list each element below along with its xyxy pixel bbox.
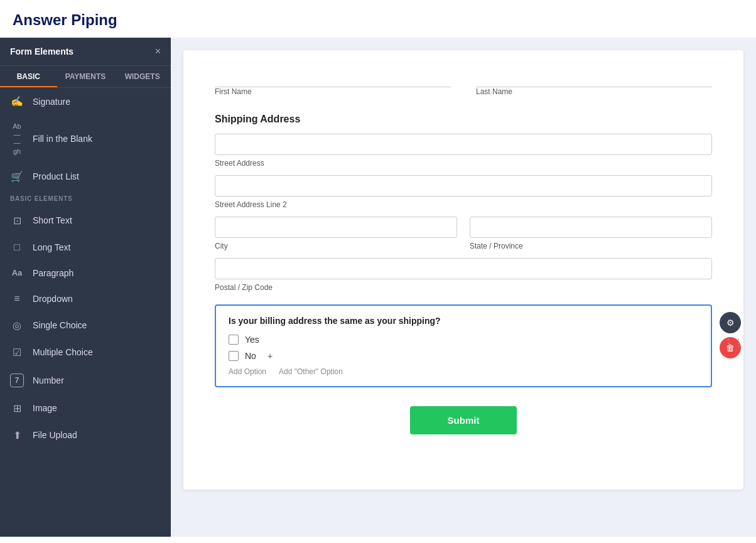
sidebar-item-signature[interactable]: ✍ Signature [0, 88, 171, 115]
street-address-line2-input[interactable] [215, 175, 712, 196]
sidebar-item-dropdown[interactable]: ≡ Dropdown [0, 286, 171, 312]
first-name-input[interactable] [215, 69, 451, 87]
paragraph-icon: Aa [10, 268, 24, 277]
multiple-choice-icon: ☑ [10, 347, 24, 358]
fill-blank-icon: Ab——gh [10, 122, 24, 156]
name-row: First Name Last Name [215, 69, 712, 99]
sidebar-title: Form Elements [10, 46, 73, 56]
long-text-icon: □ [10, 242, 24, 253]
number-icon: 7 [10, 374, 24, 387]
city-label: City [215, 242, 457, 250]
billing-question-text: Is your billing address the same as your… [229, 316, 698, 326]
submit-button[interactable]: Submit [410, 406, 517, 434]
sidebar-item-label: Single Choice [33, 320, 87, 330]
add-option-plus-icon[interactable]: + [267, 351, 273, 361]
first-name-label: First Name [215, 87, 451, 96]
option-no-label: No [245, 351, 256, 361]
sidebar-item-label: Long Text [33, 242, 70, 252]
option-no-checkbox[interactable] [229, 351, 239, 361]
sidebar-item-short-text[interactable]: ⊡ Short Text [0, 207, 171, 234]
last-name-group: Last Name [476, 69, 712, 99]
dropdown-icon: ≡ [10, 293, 24, 304]
sidebar-item-label: Paragraph [33, 268, 73, 278]
tab-widgets[interactable]: WIDGETS [114, 66, 171, 87]
sidebar-item-label: Image [33, 403, 57, 413]
sidebar-item-file-upload[interactable]: ⬆ File Upload [0, 422, 171, 449]
option-yes-row: Yes [229, 335, 698, 345]
close-button[interactable]: × [155, 46, 161, 56]
page-title: Answer Piping [0, 0, 756, 38]
tab-payments[interactable]: PAYMENTS [57, 66, 114, 87]
postal-input[interactable] [215, 258, 712, 279]
sidebar-item-label: File Upload [33, 430, 77, 440]
sidebar-item-label: Product List [33, 171, 79, 181]
signature-icon: ✍ [10, 95, 24, 107]
settings-button[interactable]: ⚙ [720, 312, 741, 333]
first-name-group: First Name [215, 69, 451, 99]
sidebar: Form Elements × BASIC PAYMENTS WIDGETS ✍… [0, 38, 171, 537]
option-yes-label: Yes [245, 335, 259, 345]
main-content: First Name Last Name Shipping Address St… [171, 38, 756, 537]
sidebar-item-label: Fill in the Blank [33, 134, 92, 144]
city-input[interactable] [215, 217, 457, 238]
sidebar-item-long-text[interactable]: □ Long Text [0, 234, 171, 261]
sidebar-item-fill-blank[interactable]: Ab——gh Fill in the Blank [0, 115, 171, 163]
last-name-label: Last Name [476, 87, 712, 96]
city-state-row [215, 217, 712, 238]
sidebar-item-label: Number [33, 375, 64, 385]
sidebar-item-label: Multiple Choice [33, 347, 93, 357]
sidebar-item-label: Dropdown [33, 294, 73, 304]
option-yes-checkbox[interactable] [229, 335, 239, 345]
submit-area: Submit [215, 406, 712, 434]
add-options-row: Add Option Add "Other" Option [229, 367, 698, 376]
sidebar-item-product-list[interactable]: 🛒 Product List [0, 163, 171, 190]
sidebar-item-image[interactable]: ⊞ Image [0, 395, 171, 422]
billing-question-card: Is your billing address the same as your… [215, 304, 712, 387]
form-canvas: First Name Last Name Shipping Address St… [183, 50, 743, 490]
sidebar-item-number[interactable]: 7 Number [0, 366, 171, 395]
sidebar-item-multiple-choice[interactable]: ☑ Multiple Choice [0, 339, 171, 366]
sidebar-item-label: Signature [33, 97, 70, 107]
product-list-icon: 🛒 [10, 171, 24, 183]
option-no-row: No + [229, 351, 698, 361]
short-text-icon: ⊡ [10, 215, 24, 227]
postal-label: Postal / Zip Code [215, 283, 712, 292]
card-actions: ⚙ 🗑 [720, 312, 741, 358]
sidebar-item-single-choice[interactable]: ◎ Single Choice [0, 312, 171, 339]
street-address-label: Street Address [215, 159, 712, 168]
state-label: State / Province [470, 242, 712, 250]
drag-handle[interactable]: ⋮⋮ [723, 337, 743, 349]
state-input[interactable] [470, 217, 712, 238]
file-upload-icon: ⬆ [10, 429, 24, 441]
gear-icon: ⚙ [726, 318, 735, 328]
add-option-link[interactable]: Add Option [229, 367, 266, 376]
sidebar-item-paragraph[interactable]: Aa Paragraph [0, 261, 171, 286]
add-other-option-link[interactable]: Add "Other" Option [279, 367, 343, 376]
last-name-input[interactable] [476, 69, 712, 87]
street-address-input[interactable] [215, 134, 712, 155]
section-label-basic: BASIC ELEMENTS [0, 190, 171, 207]
single-choice-icon: ◎ [10, 320, 24, 331]
street-address-line2-label: Street Address Line 2 [215, 200, 712, 209]
image-icon: ⊞ [10, 402, 24, 414]
sidebar-item-label: Short Text [33, 215, 72, 225]
shipping-section-title: Shipping Address [215, 114, 712, 125]
tab-basic[interactable]: BASIC [0, 66, 57, 87]
